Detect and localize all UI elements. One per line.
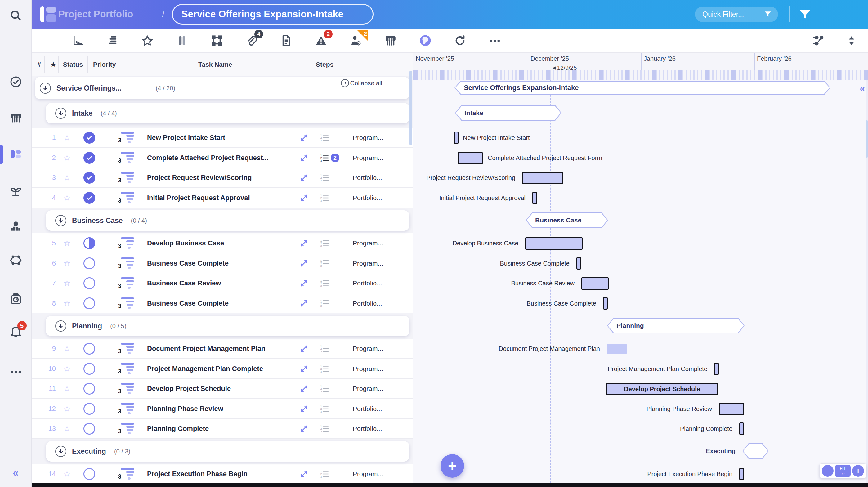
- expand-task-icon[interactable]: [297, 233, 311, 253]
- star-icon[interactable]: ☆: [61, 379, 72, 399]
- steps-list-icon[interactable]: 123: [319, 419, 343, 438]
- expand-task-icon[interactable]: [297, 379, 311, 399]
- dependencies-icon[interactable]: [811, 33, 825, 48]
- assistant-logo-icon[interactable]: [418, 33, 432, 48]
- expand-task-icon[interactable]: [297, 339, 311, 359]
- status-open-icon[interactable]: [84, 383, 95, 395]
- expand-task-icon[interactable]: [297, 359, 311, 379]
- filter-funnel-icon[interactable]: [798, 7, 812, 22]
- task-row-13[interactable]: 13☆3Planning Complete123Portfolio...: [32, 419, 412, 438]
- col-header-priority[interactable]: Priority: [93, 53, 116, 76]
- star-icon[interactable]: ☆: [61, 128, 72, 148]
- sort-rows-icon[interactable]: [844, 33, 859, 48]
- steps-list-icon[interactable]: 123: [319, 233, 343, 253]
- star-icon[interactable]: ☆: [61, 253, 72, 273]
- expand-task-icon[interactable]: [297, 273, 311, 293]
- search-icon[interactable]: [9, 8, 23, 23]
- star-icon[interactable]: ☆: [61, 168, 72, 188]
- workflow-cell[interactable]: Program...: [353, 464, 383, 483]
- summary-collapse-chevrons[interactable]: «: [860, 83, 865, 94]
- status-open-icon[interactable]: [84, 343, 95, 355]
- star-icon[interactable]: ☆: [61, 273, 72, 293]
- gantt-bridge-icon[interactable]: [9, 111, 23, 125]
- expand-task-icon[interactable]: [297, 294, 311, 313]
- gantt-scrollbar-thumb[interactable]: [866, 120, 868, 158]
- workflow-cell[interactable]: Program...: [353, 233, 383, 253]
- star-icon[interactable]: ☆: [61, 188, 72, 208]
- attachments-paperclip-icon[interactable]: 4: [244, 33, 259, 48]
- phase-bar[interactable]: Intake: [455, 105, 561, 121]
- priority-indicator[interactable]: 3: [117, 277, 134, 290]
- portfolio-board-icon[interactable]: [9, 147, 23, 161]
- step-chart-icon[interactable]: [71, 33, 85, 48]
- steps-list-icon[interactable]: 123: [319, 294, 343, 313]
- task-name[interactable]: Initial Project Request Approval: [147, 188, 250, 208]
- milestone-marker[interactable]: [532, 192, 537, 204]
- add-task-fab[interactable]: +: [440, 454, 464, 478]
- task-bar[interactable]: [581, 277, 609, 290]
- priority-indicator[interactable]: 3: [117, 172, 134, 184]
- status-open-icon[interactable]: [84, 257, 95, 269]
- steps-list-icon[interactable]: 123: [319, 379, 343, 399]
- toolbar-more-icon[interactable]: [488, 33, 502, 48]
- expand-task-icon[interactable]: [297, 399, 311, 419]
- task-row-3[interactable]: 3☆3Project Request Review/Scoring123Port…: [32, 168, 412, 188]
- task-name[interactable]: Develop Business Case: [147, 233, 224, 253]
- gantt-bridge-toolbar-icon[interactable]: [383, 33, 398, 48]
- workflow-cell[interactable]: Portfolio...: [353, 188, 382, 208]
- phase-bar[interactable]: Planning: [607, 318, 745, 333]
- favorite-star-icon[interactable]: [140, 33, 154, 48]
- resource-chart-icon[interactable]: [9, 219, 23, 233]
- notifications-bell-icon[interactable]: 5: [9, 324, 23, 338]
- phase-bar[interactable]: [742, 443, 769, 459]
- task-bar[interactable]: [522, 172, 563, 184]
- quick-filter-dropdown[interactable]: Quick Filter...: [695, 6, 778, 22]
- collapse-group-icon[interactable]: [55, 321, 66, 332]
- task-row-14[interactable]: 14☆3Project Execution Phase Begin123Prog…: [32, 464, 412, 483]
- steps-list-icon[interactable]: 123: [319, 399, 343, 419]
- collapse-group-icon[interactable]: [55, 215, 66, 226]
- bottom-scroll-strip[interactable]: [32, 483, 868, 487]
- status-open-icon[interactable]: [84, 277, 95, 289]
- task-row-9[interactable]: 9☆3Document Project Management Plan123Pr…: [32, 339, 412, 359]
- panel-splitter[interactable]: [412, 53, 413, 483]
- priority-indicator[interactable]: 3: [117, 257, 134, 270]
- priority-indicator[interactable]: 3: [117, 423, 134, 435]
- expand-task-icon[interactable]: [297, 464, 311, 483]
- status-open-icon[interactable]: [84, 403, 95, 415]
- steps-list-icon[interactable]: 123: [319, 359, 343, 379]
- task-bar[interactable]: Develop Project Schedule: [606, 383, 718, 395]
- task-name[interactable]: Complete Attached Project Request...: [147, 148, 269, 168]
- star-icon[interactable]: ☆: [61, 419, 72, 438]
- task-bar[interactable]: [719, 403, 744, 415]
- task-row-4[interactable]: 4☆3Initial Project Request Approval123Po…: [32, 188, 412, 208]
- app-logo-icon[interactable]: [40, 6, 57, 22]
- priority-indicator[interactable]: 3: [117, 342, 134, 355]
- task-bar[interactable]: [525, 237, 583, 250]
- milestone-marker[interactable]: [714, 363, 719, 375]
- expand-task-icon[interactable]: [297, 128, 311, 148]
- task-row-6[interactable]: 6☆3Business Case Complete123Program...: [32, 253, 412, 273]
- priority-indicator[interactable]: 3: [117, 237, 134, 249]
- breadcrumb-root[interactable]: Project Portfolio: [58, 0, 133, 29]
- workflow-cell[interactable]: Program...: [353, 148, 383, 168]
- workflow-cell[interactable]: Program...: [353, 253, 383, 273]
- task-row-8[interactable]: 8☆3Business Case Complete123Portfolio...: [32, 294, 412, 313]
- workflow-cell[interactable]: Program...: [353, 339, 383, 359]
- priority-indicator[interactable]: 3: [117, 152, 134, 164]
- group-row-planning[interactable]: Planning(0 / 5): [46, 316, 409, 336]
- snapshot-icon[interactable]: [9, 292, 23, 306]
- priority-indicator[interactable]: 3: [117, 192, 134, 204]
- task-bar[interactable]: [607, 344, 627, 354]
- task-row-1[interactable]: 1☆3New Project Intake Start123Program...: [32, 128, 412, 148]
- steps-list-icon[interactable]: 123: [319, 464, 343, 483]
- task-name[interactable]: Develop Project Schedule: [147, 379, 231, 399]
- star-icon[interactable]: ☆: [61, 294, 72, 313]
- priority-indicator[interactable]: 3: [117, 403, 134, 415]
- expand-task-icon[interactable]: [297, 253, 311, 273]
- task-name[interactable]: Planning Complete: [147, 419, 209, 438]
- steps-list-icon[interactable]: 123: [319, 253, 343, 273]
- priority-indicator[interactable]: 3: [117, 363, 134, 375]
- milestone-marker[interactable]: [603, 297, 608, 310]
- task-name[interactable]: Business Case Complete: [147, 294, 229, 313]
